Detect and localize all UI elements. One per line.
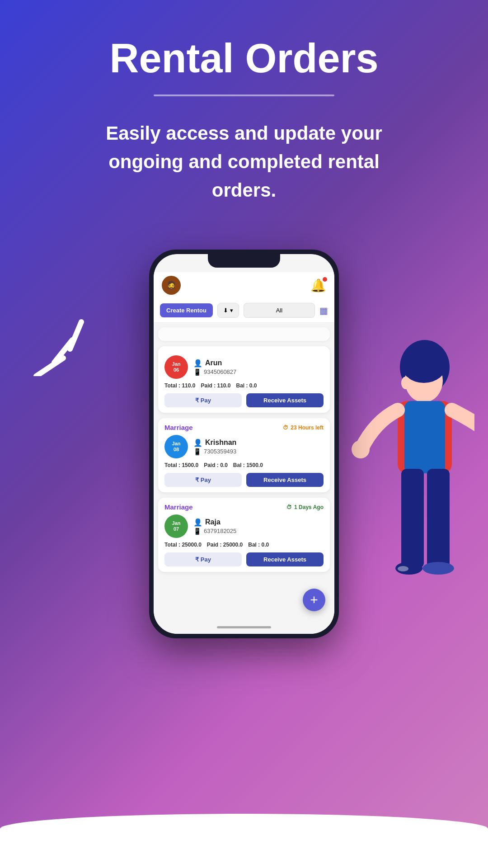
receive-assets-button-3[interactable]: Receive Assets (246, 552, 324, 566)
paid-1: Paid : 110.0 (201, 382, 230, 389)
dropdown-chevron-icon: ▾ (230, 307, 233, 314)
date-month-3: Jan (172, 520, 181, 526)
amount-row-2: Total : 1500.0 Paid : 0.0 Bal : 1500.0 (164, 462, 324, 468)
phone-icon-2: 📱 (193, 448, 201, 455)
clock-icon-2: ⏱ (283, 425, 288, 431)
customer-name-1: 👤 Arun (193, 359, 324, 368)
svg-point-15 (398, 566, 408, 571)
bottom-background (0, 814, 488, 868)
user-icon-3: 👤 (193, 518, 202, 527)
paid-3: Paid : 25000.0 (207, 542, 243, 548)
date-badge-1: Jan 06 (164, 355, 188, 379)
bal-1: Bal : 0.0 (236, 382, 257, 389)
avatar: 🧔 (162, 276, 181, 295)
card-actions-3: ₹ Pay Receive Assets (164, 552, 324, 566)
svg-point-10 (352, 440, 370, 458)
bell-dot (323, 277, 327, 282)
date-day-2: 08 (174, 447, 179, 453)
orders-list: Jan 06 👤 Arun 📱 9345060827 (154, 323, 334, 634)
phone-home-bar (217, 626, 271, 628)
phone-icon-3: 📱 (193, 528, 201, 535)
bal-2: Bal : 1500.0 (233, 462, 263, 468)
screen-header: 🧔 🔔 (154, 272, 334, 298)
total-2: Total : 1500.0 (164, 462, 198, 468)
total-1: Total : 110.0 (164, 382, 195, 389)
customer-phone-3: 📱 6379182025 (193, 528, 324, 535)
toolbar: Create Rentou ⬇ ▾ All ▦ (154, 298, 334, 323)
clock-icon-3: ⏱ (286, 504, 292, 510)
customer-phone-2: 📱 7305359493 (193, 448, 324, 455)
user-icon-1: 👤 (193, 359, 202, 368)
phone-section: 🧔 🔔 Create Rentou ⬇ ▾ All ▦ (0, 250, 488, 638)
order-card-2: Marriage ⏱ 23 Hours left Jan 08 (158, 418, 330, 492)
order-card-3: Marriage ⏱ 1 Days Ago Jan 07 (158, 498, 330, 572)
pay-button-3[interactable]: ₹ Pay (164, 552, 242, 566)
create-rentalorder-button[interactable]: Create Rentou (160, 303, 213, 317)
customer-phone-1: 📱 9345060827 (193, 368, 324, 376)
download-icon: ⬇ (223, 307, 228, 314)
download-button[interactable]: ⬇ ▾ (217, 303, 239, 318)
date-day-3: 07 (174, 526, 179, 532)
date-badge-3: Jan 07 (164, 514, 188, 538)
date-month-2: Jan (172, 441, 181, 447)
svg-point-14 (422, 562, 454, 575)
paid-2: Paid : 0.0 (204, 462, 228, 468)
receive-assets-button-2[interactable]: Receive Assets (246, 473, 324, 487)
filter-icon[interactable]: ▦ (319, 305, 328, 316)
date-badge-2: Jan 08 (164, 435, 188, 458)
time-badge-3: ⏱ 1 Days Ago (286, 504, 324, 510)
amount-row-3: Total : 25000.0 Paid : 25000.0 Bal : 0.0 (164, 542, 324, 548)
filter-label: All (244, 303, 315, 318)
hero-subtitle: Easily access and update your ongoing an… (86, 119, 402, 204)
phone-screen: 🧔 🔔 Create Rentou ⬇ ▾ All ▦ (154, 254, 334, 634)
svg-rect-11 (401, 469, 424, 568)
bal-3: Bal : 0.0 (248, 542, 269, 548)
pay-button-2[interactable]: ₹ Pay (164, 473, 242, 487)
customer-row-1: Jan 06 👤 Arun 📱 9345060827 (164, 355, 324, 379)
customer-info-3: 👤 Raja 📱 6379182025 (193, 518, 324, 535)
phone-notch (208, 254, 280, 268)
svg-rect-8 (404, 401, 445, 473)
category-label-2: Marriage (164, 424, 193, 431)
card-header-3: Marriage ⏱ 1 Days Ago (164, 503, 324, 511)
hero-title: Rental Orders (36, 36, 452, 81)
card-actions-1: ₹ Pay Receive Assets (164, 393, 324, 407)
svg-line-2 (70, 322, 81, 349)
card-header-2: Marriage ⏱ 23 Hours left (164, 424, 324, 431)
svg-line-0 (36, 358, 63, 376)
svg-point-6 (401, 377, 410, 389)
user-icon-2: 👤 (193, 439, 202, 447)
screen-content: 🧔 🔔 Create Rentou ⬇ ▾ All ▦ (154, 254, 334, 634)
pay-button-1[interactable]: ₹ Pay (164, 393, 242, 407)
order-card-1: Jan 06 👤 Arun 📱 9345060827 (158, 346, 330, 413)
customer-row-2: Jan 08 👤 Krishnan 📱 730535949 (164, 435, 324, 458)
svg-rect-12 (427, 469, 450, 568)
receive-assets-button-1[interactable]: Receive Assets (246, 393, 324, 407)
hero-section: Rental Orders Easily access and update y… (0, 0, 488, 222)
customer-info-2: 👤 Krishnan 📱 7305359493 (193, 439, 324, 455)
card-actions-2: ₹ Pay Receive Assets (164, 473, 324, 487)
phone-icon-1: 📱 (193, 368, 201, 376)
date-day-1: 06 (174, 367, 179, 373)
date-month-1: Jan (172, 361, 181, 367)
category-label-3: Marriage (164, 503, 193, 511)
hero-divider (154, 94, 334, 96)
person-illustration (348, 331, 474, 602)
time-badge-2: ⏱ 23 Hours left (283, 425, 324, 431)
phone-mockup: 🧔 🔔 Create Rentou ⬇ ▾ All ▦ (149, 250, 339, 638)
deco-lines (27, 286, 108, 376)
customer-info-1: 👤 Arun 📱 9345060827 (193, 359, 324, 376)
customer-name-3: 👤 Raja (193, 518, 324, 527)
amount-row-1: Total : 110.0 Paid : 110.0 Bal : 0.0 (164, 382, 324, 389)
customer-row-3: Jan 07 👤 Raja 📱 6379182025 (164, 514, 324, 538)
customer-name-2: 👤 Krishnan (193, 439, 324, 447)
total-3: Total : 25000.0 (164, 542, 202, 548)
fab-button[interactable]: + (303, 589, 325, 611)
